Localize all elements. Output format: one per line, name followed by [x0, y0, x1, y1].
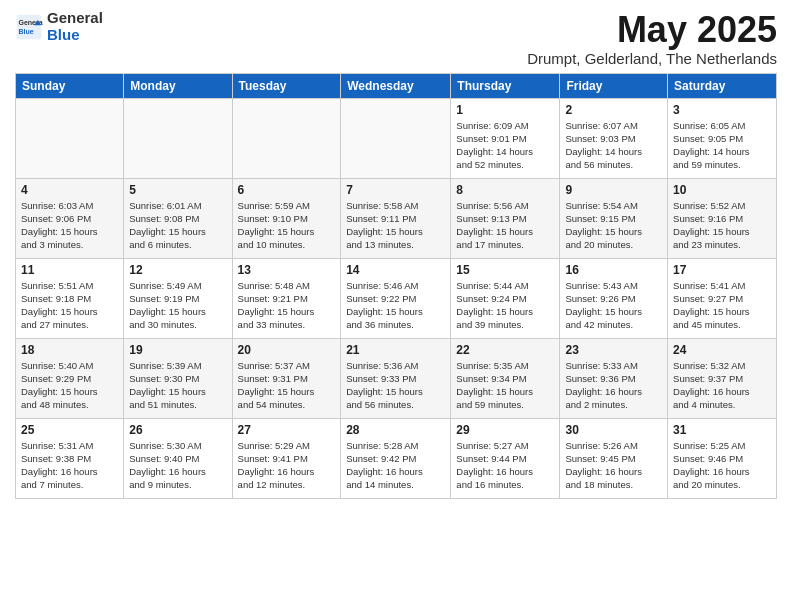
day-info: Sunrise: 5:41 AM Sunset: 9:27 PM Dayligh… [673, 279, 771, 332]
logo-text: General Blue [47, 10, 103, 43]
day-number: 4 [21, 183, 118, 197]
cell-1-2 [124, 98, 232, 178]
cell-2-2: 5Sunrise: 6:01 AM Sunset: 9:08 PM Daylig… [124, 178, 232, 258]
day-info: Sunrise: 5:29 AM Sunset: 9:41 PM Dayligh… [238, 439, 336, 492]
day-number: 30 [565, 423, 662, 437]
cell-4-4: 21Sunrise: 5:36 AM Sunset: 9:33 PM Dayli… [341, 338, 451, 418]
day-number: 27 [238, 423, 336, 437]
header-saturday: Saturday [668, 73, 777, 98]
day-number: 10 [673, 183, 771, 197]
cell-4-5: 22Sunrise: 5:35 AM Sunset: 9:34 PM Dayli… [451, 338, 560, 418]
day-number: 26 [129, 423, 226, 437]
svg-text:Blue: Blue [19, 28, 34, 35]
cell-1-5: 1Sunrise: 6:09 AM Sunset: 9:01 PM Daylig… [451, 98, 560, 178]
cell-5-3: 27Sunrise: 5:29 AM Sunset: 9:41 PM Dayli… [232, 418, 341, 498]
title-block: May 2025 Drumpt, Gelderland, The Netherl… [527, 10, 777, 67]
day-info: Sunrise: 5:58 AM Sunset: 9:11 PM Dayligh… [346, 199, 445, 252]
day-info: Sunrise: 5:48 AM Sunset: 9:21 PM Dayligh… [238, 279, 336, 332]
day-info: Sunrise: 5:28 AM Sunset: 9:42 PM Dayligh… [346, 439, 445, 492]
cell-4-6: 23Sunrise: 5:33 AM Sunset: 9:36 PM Dayli… [560, 338, 668, 418]
cell-2-3: 6Sunrise: 5:59 AM Sunset: 9:10 PM Daylig… [232, 178, 341, 258]
week-row-2: 4Sunrise: 6:03 AM Sunset: 9:06 PM Daylig… [16, 178, 777, 258]
day-info: Sunrise: 5:26 AM Sunset: 9:45 PM Dayligh… [565, 439, 662, 492]
cell-5-7: 31Sunrise: 5:25 AM Sunset: 9:46 PM Dayli… [668, 418, 777, 498]
day-number: 23 [565, 343, 662, 357]
day-number: 12 [129, 263, 226, 277]
cell-2-5: 8Sunrise: 5:56 AM Sunset: 9:13 PM Daylig… [451, 178, 560, 258]
location-subtitle: Drumpt, Gelderland, The Netherlands [527, 50, 777, 67]
cell-5-6: 30Sunrise: 5:26 AM Sunset: 9:45 PM Dayli… [560, 418, 668, 498]
cell-3-7: 17Sunrise: 5:41 AM Sunset: 9:27 PM Dayli… [668, 258, 777, 338]
cell-4-2: 19Sunrise: 5:39 AM Sunset: 9:30 PM Dayli… [124, 338, 232, 418]
calendar-page: General Blue General Blue May 2025 Drump… [0, 0, 792, 514]
day-number: 2 [565, 103, 662, 117]
day-number: 21 [346, 343, 445, 357]
day-number: 14 [346, 263, 445, 277]
cell-2-1: 4Sunrise: 6:03 AM Sunset: 9:06 PM Daylig… [16, 178, 124, 258]
day-number: 31 [673, 423, 771, 437]
day-info: Sunrise: 5:44 AM Sunset: 9:24 PM Dayligh… [456, 279, 554, 332]
cell-1-4 [341, 98, 451, 178]
day-info: Sunrise: 5:54 AM Sunset: 9:15 PM Dayligh… [565, 199, 662, 252]
day-number: 20 [238, 343, 336, 357]
day-info: Sunrise: 5:27 AM Sunset: 9:44 PM Dayligh… [456, 439, 554, 492]
day-number: 29 [456, 423, 554, 437]
day-info: Sunrise: 5:59 AM Sunset: 9:10 PM Dayligh… [238, 199, 336, 252]
day-info: Sunrise: 5:31 AM Sunset: 9:38 PM Dayligh… [21, 439, 118, 492]
day-number: 11 [21, 263, 118, 277]
header-wednesday: Wednesday [341, 73, 451, 98]
header: General Blue General Blue May 2025 Drump… [15, 10, 777, 67]
day-number: 15 [456, 263, 554, 277]
cell-4-7: 24Sunrise: 5:32 AM Sunset: 9:37 PM Dayli… [668, 338, 777, 418]
cell-1-1 [16, 98, 124, 178]
cell-3-5: 15Sunrise: 5:44 AM Sunset: 9:24 PM Dayli… [451, 258, 560, 338]
logo: General Blue General Blue [15, 10, 103, 43]
day-number: 17 [673, 263, 771, 277]
month-title: May 2025 [527, 10, 777, 50]
cell-4-1: 18Sunrise: 5:40 AM Sunset: 9:29 PM Dayli… [16, 338, 124, 418]
day-number: 9 [565, 183, 662, 197]
cell-5-5: 29Sunrise: 5:27 AM Sunset: 9:44 PM Dayli… [451, 418, 560, 498]
day-number: 5 [129, 183, 226, 197]
cell-3-4: 14Sunrise: 5:46 AM Sunset: 9:22 PM Dayli… [341, 258, 451, 338]
day-info: Sunrise: 6:09 AM Sunset: 9:01 PM Dayligh… [456, 119, 554, 172]
day-number: 25 [21, 423, 118, 437]
day-info: Sunrise: 6:05 AM Sunset: 9:05 PM Dayligh… [673, 119, 771, 172]
day-number: 1 [456, 103, 554, 117]
day-number: 8 [456, 183, 554, 197]
day-info: Sunrise: 5:43 AM Sunset: 9:26 PM Dayligh… [565, 279, 662, 332]
day-number: 13 [238, 263, 336, 277]
header-sunday: Sunday [16, 73, 124, 98]
day-info: Sunrise: 5:52 AM Sunset: 9:16 PM Dayligh… [673, 199, 771, 252]
day-number: 16 [565, 263, 662, 277]
cell-2-6: 9Sunrise: 5:54 AM Sunset: 9:15 PM Daylig… [560, 178, 668, 258]
week-row-3: 11Sunrise: 5:51 AM Sunset: 9:18 PM Dayli… [16, 258, 777, 338]
day-number: 28 [346, 423, 445, 437]
day-info: Sunrise: 5:40 AM Sunset: 9:29 PM Dayligh… [21, 359, 118, 412]
cell-5-2: 26Sunrise: 5:30 AM Sunset: 9:40 PM Dayli… [124, 418, 232, 498]
day-info: Sunrise: 6:03 AM Sunset: 9:06 PM Dayligh… [21, 199, 118, 252]
day-info: Sunrise: 5:37 AM Sunset: 9:31 PM Dayligh… [238, 359, 336, 412]
day-number: 7 [346, 183, 445, 197]
day-info: Sunrise: 5:49 AM Sunset: 9:19 PM Dayligh… [129, 279, 226, 332]
week-row-1: 1Sunrise: 6:09 AM Sunset: 9:01 PM Daylig… [16, 98, 777, 178]
cell-3-6: 16Sunrise: 5:43 AM Sunset: 9:26 PM Dayli… [560, 258, 668, 338]
day-number: 6 [238, 183, 336, 197]
day-info: Sunrise: 5:30 AM Sunset: 9:40 PM Dayligh… [129, 439, 226, 492]
day-info: Sunrise: 5:51 AM Sunset: 9:18 PM Dayligh… [21, 279, 118, 332]
day-info: Sunrise: 6:01 AM Sunset: 9:08 PM Dayligh… [129, 199, 226, 252]
day-info: Sunrise: 6:07 AM Sunset: 9:03 PM Dayligh… [565, 119, 662, 172]
header-friday: Friday [560, 73, 668, 98]
day-number: 3 [673, 103, 771, 117]
day-info: Sunrise: 5:46 AM Sunset: 9:22 PM Dayligh… [346, 279, 445, 332]
day-number: 22 [456, 343, 554, 357]
day-number: 19 [129, 343, 226, 357]
header-thursday: Thursday [451, 73, 560, 98]
day-number: 18 [21, 343, 118, 357]
day-info: Sunrise: 5:36 AM Sunset: 9:33 PM Dayligh… [346, 359, 445, 412]
cell-4-3: 20Sunrise: 5:37 AM Sunset: 9:31 PM Dayli… [232, 338, 341, 418]
logo-icon: General Blue [15, 13, 43, 41]
header-tuesday: Tuesday [232, 73, 341, 98]
cell-3-3: 13Sunrise: 5:48 AM Sunset: 9:21 PM Dayli… [232, 258, 341, 338]
weekday-header-row: Sunday Monday Tuesday Wednesday Thursday… [16, 73, 777, 98]
